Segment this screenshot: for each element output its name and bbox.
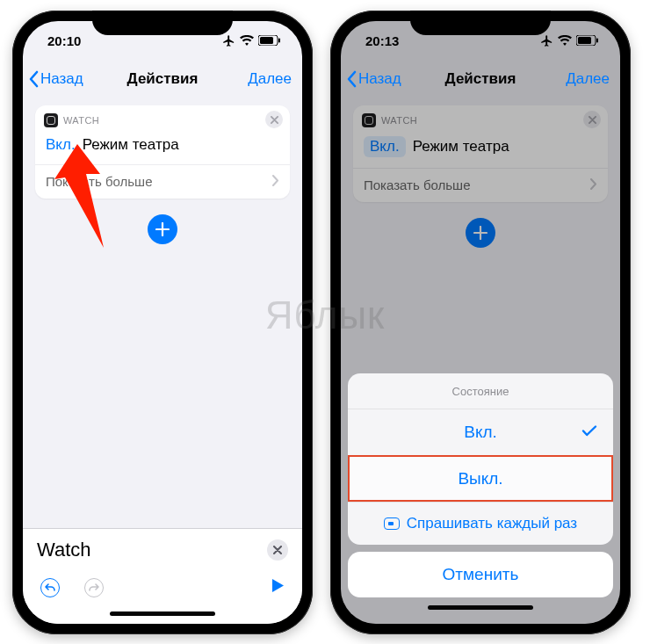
home-indicator[interactable]: [348, 597, 613, 617]
battery-icon: [576, 35, 599, 46]
sheet-option-off[interactable]: Выкл.: [348, 455, 613, 502]
remove-action-button[interactable]: [265, 111, 283, 128]
back-button[interactable]: Назад: [346, 70, 401, 88]
nav-bar: Назад Действия Далее: [341, 60, 620, 98]
back-label: Назад: [40, 70, 83, 88]
checkmark-icon: [581, 423, 597, 442]
mini-toolbar: [23, 571, 302, 603]
notch: [92, 11, 233, 35]
back-label: Назад: [358, 70, 401, 88]
show-more-label: Показать больше: [46, 174, 152, 189]
next-button[interactable]: Далее: [566, 70, 610, 88]
svg-rect-2: [278, 39, 280, 43]
ask-each-time-icon: [384, 517, 400, 530]
svg-rect-5: [578, 37, 591, 44]
undo-button[interactable]: [40, 578, 60, 597]
next-button[interactable]: Далее: [248, 70, 292, 88]
action-app-label: WATCH: [63, 115, 99, 126]
redo-button: [84, 578, 104, 597]
phone-left: 20:10 Назад Дей: [12, 11, 313, 634]
run-button[interactable]: [271, 578, 285, 597]
status-time: 20:10: [47, 33, 81, 48]
watch-app-icon: [44, 113, 58, 127]
back-button[interactable]: Назад: [28, 70, 83, 88]
notch: [410, 11, 551, 35]
airplane-icon: [540, 34, 553, 47]
svg-rect-6: [596, 39, 598, 43]
nav-bar: Назад Действия Далее: [23, 60, 302, 98]
sheet-cancel-button[interactable]: Отменить: [348, 552, 613, 597]
sheet-option-ask[interactable]: Спрашивать каждый раз: [348, 502, 613, 545]
show-more-row[interactable]: Показать больше: [35, 164, 290, 199]
add-action-button[interactable]: [148, 214, 177, 244]
wifi-icon: [240, 35, 254, 46]
action-sheet: Состояние Вкл. Выкл. Спрашивать каждый р…: [348, 373, 613, 617]
wifi-icon: [558, 35, 572, 46]
sheet-option-on-label: Вкл.: [464, 423, 497, 441]
sheet-option-ask-label: Спрашивать каждый раз: [407, 515, 577, 532]
search-input-value[interactable]: Watch: [37, 539, 91, 561]
home-indicator[interactable]: [23, 603, 302, 624]
battery-icon: [258, 35, 281, 46]
phone-right: 20:13 Назад Дей: [330, 11, 631, 634]
action-card: WATCH Вкл. Режим театра Показать больше: [35, 105, 290, 199]
action-name: Режим театра: [83, 136, 179, 154]
toggle-value[interactable]: Вкл.: [46, 136, 76, 154]
sheet-option-off-label: Выкл.: [458, 469, 502, 488]
clear-search-button[interactable]: [267, 539, 288, 561]
sheet-title: Состояние: [348, 373, 613, 409]
status-time: 20:13: [365, 33, 399, 48]
action-search-row: Watch: [23, 528, 302, 571]
chevron-right-icon: [272, 174, 279, 189]
airplane-icon: [222, 34, 235, 47]
sheet-option-on[interactable]: Вкл.: [348, 409, 613, 455]
svg-rect-1: [260, 37, 273, 44]
